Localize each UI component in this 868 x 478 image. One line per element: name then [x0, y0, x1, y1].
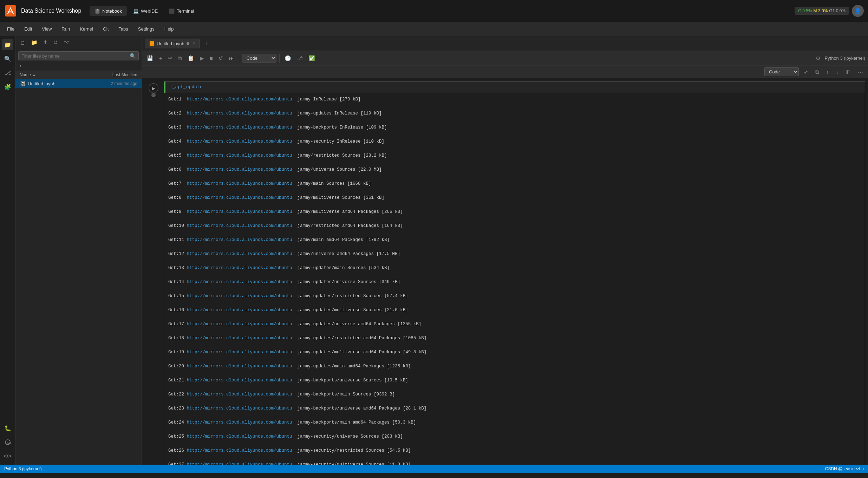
output-line-1-url: http://mirrors.cloud.aliyuncs.com/ubuntu	[187, 97, 292, 102]
app-logo	[4, 5, 17, 17]
column-name-header: Name ▲	[20, 72, 92, 77]
menu-help[interactable]: Help	[160, 25, 178, 33]
menu-settings[interactable]: Settings	[134, 25, 159, 33]
paste-cell-button[interactable]: 📋	[185, 54, 196, 63]
cell-gutter-1: ▶	[145, 81, 162, 97]
stop-button[interactable]: ■	[208, 54, 215, 63]
file-search-box[interactable]: 🔍	[18, 51, 139, 60]
git-button[interactable]: ⌥	[62, 38, 71, 47]
cell-input-1: !_apt_update	[164, 81, 865, 93]
cell-output-text-1: Get:1 http://mirrors.cloud.aliyuncs.com/…	[164, 93, 865, 465]
refresh-button[interactable]: ↺	[52, 38, 60, 47]
tab-modified-dot	[187, 42, 189, 45]
cell-run-button-1[interactable]: ▶	[149, 83, 158, 93]
cell-body-1: !_apt_update Get:1 http://mirrors.cloud.…	[164, 81, 865, 465]
cell-type-select[interactable]: Code Markdown Raw	[242, 54, 276, 63]
titlebar-tabs: 📓 Notebook 💻 WebIDE ⬛ Terminal	[90, 6, 795, 16]
notebook-area: 🟧 Untitled.ipynb × + 💾 + ✂ ⧉ 📋 ▶ ■ ↺ ⏭ C…	[142, 36, 868, 465]
new-folder-button[interactable]: 📁	[29, 38, 39, 47]
output-line-1-prefix: Get:1	[168, 97, 187, 102]
tab-notebook[interactable]: 📓 Notebook	[90, 6, 127, 16]
add-cell-button[interactable]: +	[157, 54, 164, 63]
run-triangle-icon: ▶	[152, 86, 155, 91]
file-panel: 🗋 📁 ⬆ ↺ ⌥ 🔍 / Name ▲ Last Modified 📓 Unt…	[15, 36, 142, 465]
menu-edit[interactable]: Edit	[20, 25, 36, 33]
clock-button[interactable]: 🕐	[282, 54, 293, 63]
sidebar-btn-search[interactable]: 🔍	[2, 53, 13, 64]
add-tab-button[interactable]: +	[201, 39, 211, 48]
cpu-usage: C 0.5%	[798, 8, 812, 13]
tab-terminal[interactable]: ⬛ Terminal	[164, 6, 199, 16]
copy-cell-button[interactable]: ⧉	[176, 54, 184, 63]
menu-git[interactable]: Git	[99, 25, 113, 33]
file-list-header: Name ▲ Last Modified	[15, 71, 142, 79]
output-line-1-rest: jammy InRelease [270 kB]	[292, 97, 361, 102]
sidebar-btn-extensions[interactable]: 🧩	[2, 81, 13, 92]
sort-arrow-icon: ▲	[32, 73, 36, 77]
terminal-tab-label: Terminal	[177, 8, 194, 14]
webide-tab-label: WebIDE	[141, 8, 158, 14]
cell-row-1: ▶ !_apt_update Get:1 http://mirrors.clou…	[145, 81, 865, 465]
trusted-button[interactable]: ✅	[306, 54, 317, 63]
column-modified-header: Last Modified	[92, 72, 137, 77]
statusbar-right: CSDN @seasidezhu	[825, 466, 864, 471]
notebook-tab-untitled[interactable]: 🟧 Untitled.ipynb ×	[145, 39, 200, 48]
notebook-file-icon: 📓	[20, 81, 26, 86]
delete-cell-button[interactable]: 🗑	[843, 67, 853, 76]
git-toolbar-button[interactable]: ⎇	[295, 54, 305, 63]
settings-button[interactable]: ⚙	[814, 54, 822, 63]
svg-text:JOB: JOB	[6, 441, 11, 444]
copy-cell-btn[interactable]: ⧉	[813, 67, 821, 77]
toolbar-sep-2	[279, 54, 280, 63]
tab-webide[interactable]: 💻 WebIDE	[128, 6, 163, 16]
gpu-usage: G1 0.0%	[829, 8, 846, 13]
tab-file-icon: 🟧	[149, 41, 155, 46]
breadcrumb: /	[15, 63, 142, 71]
tab-filename: Untitled.ipynb	[157, 41, 184, 46]
resource-monitor: C 0.5% M 3.0% G1 0.0%	[795, 7, 849, 15]
sidebar-btn-code[interactable]: </>	[2, 451, 13, 462]
sidebar-btn-files[interactable]: 📁	[2, 39, 13, 50]
cut-cell-button[interactable]: ✂	[166, 54, 175, 63]
sidebar-btn-jobs[interactable]: JOB	[2, 437, 13, 448]
kernel-label: Python 3 (ipykernel)	[824, 55, 865, 61]
move-cell-down-button[interactable]: ↓	[834, 67, 841, 76]
notebook-tab-icon: 📓	[94, 8, 100, 14]
sidebar-btn-git[interactable]: ⎇	[2, 67, 13, 78]
run-cell-button[interactable]: ▶	[198, 54, 206, 63]
more-options-button[interactable]: ⋯	[856, 67, 865, 77]
move-cell-up-button[interactable]: ↑	[824, 67, 831, 76]
upload-button[interactable]: ⬆	[41, 38, 50, 47]
search-icon: 🔍	[130, 53, 136, 59]
webide-tab-icon: 💻	[133, 8, 139, 14]
file-panel-toolbar: 🗋 📁 ⬆ ↺ ⌥	[15, 36, 142, 49]
menu-kernel[interactable]: Kernel	[76, 25, 97, 33]
menu-view[interactable]: View	[38, 25, 56, 33]
file-item-untitled[interactable]: 📓 Untitled.ipynb 2 minutes ago	[15, 79, 142, 88]
menu-run[interactable]: Run	[57, 25, 74, 33]
toolbar-sep-1	[239, 54, 239, 63]
expand-cell-button[interactable]: ⤢	[802, 67, 810, 77]
sidebar-btn-debug[interactable]: 🐛	[2, 423, 13, 434]
cell-type-select-2[interactable]: Code Markdown	[764, 67, 799, 76]
main-layout: 📁 🔍 ⎇ 🧩 🐛 JOB </> 🗋 📁 ⬆ ↺ ⌥ 🔍 /	[0, 36, 868, 465]
user-avatar[interactable]: 👤	[852, 5, 864, 17]
cell-area: ▶ !_apt_update Get:1 http://mirrors.clou…	[142, 78, 868, 465]
cell-code-1[interactable]: !_apt_update	[165, 81, 865, 92]
new-file-button[interactable]: 🗋	[18, 39, 27, 47]
svg-rect-0	[5, 5, 16, 17]
statusbar-kernel: Python 3 (ipykernel)	[4, 466, 42, 471]
menu-file[interactable]: File	[3, 25, 19, 33]
restart-button[interactable]: ↺	[216, 54, 225, 63]
fast-forward-button[interactable]: ⏭	[227, 54, 236, 63]
file-search-input[interactable]	[21, 53, 128, 59]
tab-close-button[interactable]: ×	[193, 41, 195, 46]
notebook-tabs: 🟧 Untitled.ipynb × +	[142, 36, 868, 51]
terminal-tab-icon: ⬛	[169, 8, 175, 14]
notebook-toolbar: 💾 + ✂ ⧉ 📋 ▶ ■ ↺ ⏭ Code Markdown Raw 🕐 ⎇ …	[142, 51, 868, 66]
menu-tabs[interactable]: Tabs	[114, 25, 132, 33]
notebook-toolbar-right: ⚙ Python 3 (ipykernel)	[814, 54, 865, 63]
icon-sidebar: 📁 🔍 ⎇ 🧩 🐛 JOB </>	[0, 36, 15, 465]
run-indicator-1	[151, 93, 156, 97]
save-button[interactable]: 💾	[145, 54, 156, 63]
